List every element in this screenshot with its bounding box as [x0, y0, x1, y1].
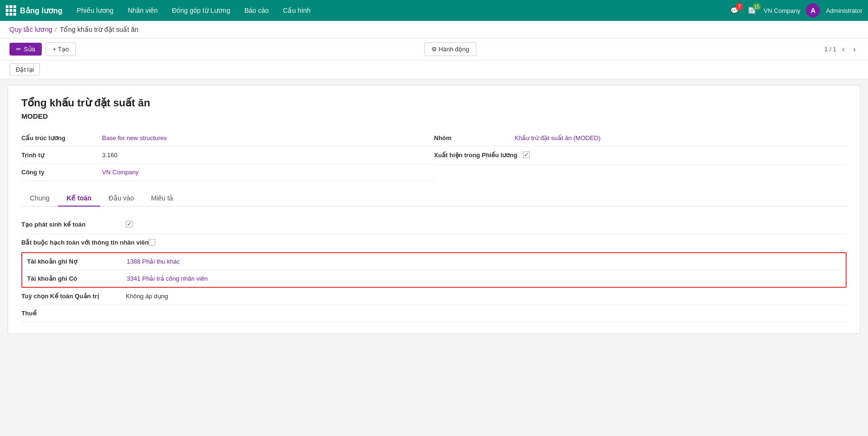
message-icon-button[interactable]: 💬 7 [728, 5, 740, 16]
xuat-hien-check-icon [523, 152, 530, 158]
fields-grid: Cấu trúc lương Base for new structures T… [21, 130, 847, 181]
bat-buoc-checkbox[interactable] [149, 239, 155, 247]
record-title: Tổng khấu trừ đặt suất ăn [21, 97, 847, 109]
field-nhom: Nhóm Khấu trừ đặt suất ăn (MODED) [434, 130, 847, 147]
navbar-right: 💬 7 🔄 15 VN Company A Administrator [728, 3, 862, 18]
nhom-value: Khấu trừ đặt suất ăn (MODED) [515, 134, 601, 142]
cau-truc-luong-value: Base for new structures [102, 134, 167, 142]
tai-khoan-co-label: Tài khoản ghi Có [27, 275, 127, 282]
toolbar: ✏ Sửa + Tạo ⚙ Hành động 1 / 1 ‹ › [0, 38, 868, 60]
tai-khoan-highlight-box: Tài khoản ghi Nợ 1388 Phải thu khác Tài … [21, 252, 847, 288]
tuy-chon-label: Tuỳ chọn Kế toán Quản trị [21, 293, 126, 300]
nhom-label: Nhóm [434, 134, 515, 142]
pagination-next[interactable]: › [850, 44, 859, 55]
tab-chung[interactable]: Chung [21, 190, 58, 207]
tai-khoan-co-value: 3341 Phải trả công nhân viên [127, 275, 208, 282]
action-button[interactable]: ⚙ Hành động [424, 42, 476, 56]
cong-ty-label: Công ty [21, 169, 102, 176]
menu-cau-hinh[interactable]: Cấu hình [276, 4, 317, 17]
update-badge: 15 [753, 3, 761, 10]
menu-bao-cao[interactable]: Báo cáo [238, 4, 275, 17]
create-button[interactable]: + Tạo [46, 42, 76, 56]
cong-ty-value: VN Company [102, 169, 139, 176]
field-xuat-hien: Xuất hiện trong Phiếu lương [434, 147, 847, 165]
field-tuy-chon: Tuỳ chọn Kế toán Quản trị Không áp dụng [21, 288, 847, 305]
main-content: Tổng khấu trừ đặt suất ăn MODED Cấu trúc… [8, 85, 860, 334]
reset-bar: Đặt lại [0, 60, 868, 79]
right-fields: Nhóm Khấu trừ đặt suất ăn (MODED) Xuất h… [434, 130, 847, 181]
field-trinh-tu: Trình tự 3.160 [21, 147, 434, 164]
tab-dau-vao[interactable]: Đầu vào [100, 190, 142, 207]
breadcrumb-separator: / [55, 26, 57, 33]
update-icon-button[interactable]: 🔄 15 [746, 5, 758, 16]
app-title: Bảng lương [20, 6, 63, 15]
field-tai-khoan-co: Tài khoản ghi Có 3341 Phải trả công nhân… [22, 270, 846, 287]
app-logo[interactable]: Bảng lương [6, 5, 63, 16]
tao-phat-sinh-label: Tạo phát sinh kế toán [21, 221, 126, 228]
tabs: Chung Kế toán Đầu vào Miêu tả [21, 190, 847, 207]
pagination-prev[interactable]: ‹ [839, 44, 847, 55]
trinh-tu-value: 3.160 [102, 152, 118, 159]
tab-mieu-ta[interactable]: Miêu tả [142, 190, 182, 207]
cau-truc-luong-label: Cấu trúc lương [21, 134, 102, 142]
edit-button[interactable]: ✏ Sửa [9, 43, 42, 56]
ke-toan-content: Tạo phát sinh kế toán Bắt buộc hạch toán… [21, 216, 847, 322]
tao-phat-sinh-checkbox[interactable] [126, 221, 132, 229]
field-thue: Thuế [21, 305, 847, 322]
menu-phieu-luong[interactable]: Phiếu lương [70, 4, 121, 17]
navbar: Bảng lương Phiếu lương Nhân viên Đóng gó… [0, 0, 868, 21]
menu-nhan-vien[interactable]: Nhân viên [121, 4, 164, 17]
field-tao-phat-sinh: Tạo phát sinh kế toán [21, 216, 847, 234]
message-badge: 7 [736, 3, 743, 10]
tai-khoan-no-value: 1388 Phải thu khác [127, 258, 180, 265]
trinh-tu-label: Trình tự [21, 152, 102, 159]
reset-button[interactable]: Đặt lại [9, 63, 40, 76]
menu-dong-gop[interactable]: Đóng góp từ Lương [165, 4, 237, 17]
record-code: MODED [21, 112, 847, 120]
tuy-chon-value: Không áp dụng [126, 293, 168, 300]
avatar[interactable]: A [806, 3, 820, 18]
breadcrumb-current: Tổng khấu trừ đặt suất ăn [60, 26, 139, 33]
field-cong-ty: Công ty VN Company [21, 164, 434, 181]
field-tai-khoan-no: Tài khoản ghi Nợ 1388 Phải thu khác [22, 253, 846, 270]
bat-buoc-label: Bắt buộc hạch toán với thông tin nhân vi… [21, 239, 149, 246]
edit-icon: ✏ [16, 46, 21, 53]
breadcrumb: Quy tắc lương / Tổng khấu trừ đặt suất ă… [0, 21, 868, 38]
tab-ke-toan[interactable]: Kế toán [58, 190, 100, 207]
company-name: VN Company [764, 7, 800, 14]
breadcrumb-parent[interactable]: Quy tắc lương [9, 26, 52, 33]
field-bat-buoc: Bắt buộc hạch toán với thông tin nhân vi… [21, 234, 847, 252]
left-fields: Cấu trúc lương Base for new structures T… [21, 130, 434, 181]
pagination-text: 1 / 1 [824, 46, 836, 53]
tao-phat-sinh-check-icon [126, 221, 132, 227]
thue-label: Thuế [21, 310, 126, 317]
xuat-hien-label: Xuất hiện trong Phiếu lương [434, 152, 523, 159]
grid-icon [6, 5, 16, 16]
xuat-hien-checkbox[interactable] [523, 152, 530, 160]
pagination: 1 / 1 ‹ › [824, 44, 859, 55]
bat-buoc-check-icon [149, 239, 155, 246]
field-cau-truc-luong: Cấu trúc lương Base for new structures [21, 130, 434, 147]
admin-name: Administrator [826, 7, 862, 14]
navbar-menu: Phiếu lương Nhân viên Đóng góp từ Lương … [70, 4, 729, 17]
tai-khoan-no-label: Tài khoản ghi Nợ [27, 258, 127, 265]
